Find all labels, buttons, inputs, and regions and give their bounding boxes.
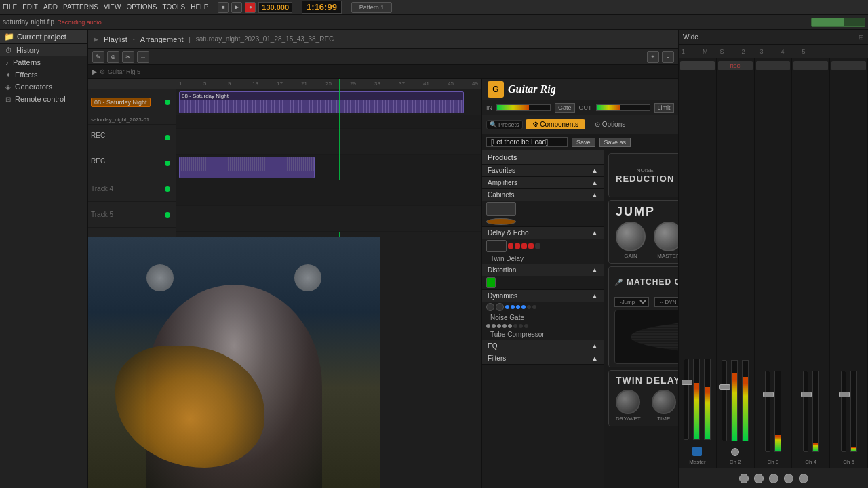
playlist-tool-3[interactable]: ✂ — [122, 51, 134, 63]
menu-edit[interactable]: EDIT — [22, 3, 38, 11]
section-cabinets: Cabinets ▲ — [482, 189, 604, 227]
drywet-knob-group: DRY/WET — [616, 390, 641, 422]
mixer-knob-2[interactable] — [754, 474, 764, 483]
playlist-tool-4[interactable]: ↔ — [137, 51, 149, 63]
menu-file[interactable]: FILE — [3, 3, 17, 11]
play-button[interactable]: ▶ — [231, 2, 242, 13]
ch2-knob[interactable] — [731, 448, 739, 456]
mixer-knob-1[interactable] — [739, 474, 749, 483]
noise-gate-item[interactable] — [482, 302, 604, 312]
ch5-fader-handle[interactable] — [839, 392, 850, 397]
section-title-dynamics[interactable]: Dynamics ▲ — [482, 290, 604, 302]
mixer-channels-row: Master REC — [679, 58, 868, 468]
mixer-knob-4[interactable] — [784, 474, 793, 483]
track-name-btn-1[interactable]: 08 - Saturday Night — [91, 98, 151, 107]
audio-clip-1[interactable]: 08 - Saturday Night — [179, 92, 464, 113]
zoom-out[interactable]: - — [662, 51, 674, 63]
progress-bar — [811, 18, 865, 27]
section-title-filters[interactable]: Filters ▲ — [482, 352, 604, 364]
distortion-item-1[interactable] — [482, 276, 604, 289]
audio-clip-2[interactable] — [179, 157, 315, 178]
sidebar-item-effects[interactable]: ✦ Effects — [0, 68, 87, 81]
menu-tools[interactable]: TOOLS — [162, 3, 185, 11]
preset-name[interactable]: [Let there be Lead] — [486, 137, 568, 147]
section-filters: Filters ▲ — [482, 352, 604, 365]
playlist-tool-2[interactable]: ⊕ — [107, 51, 119, 63]
cabinet-item-2[interactable] — [482, 217, 604, 226]
ch1-color-btn[interactable] — [692, 447, 702, 456]
gain-knob[interactable] — [616, 222, 646, 251]
menu-patterns[interactable]: PATTERNS — [63, 3, 98, 11]
mixer-header: Wide ⊞ — [679, 30, 868, 45]
track-item-4: Track 4 — [88, 176, 176, 202]
gate-button[interactable]: Gate — [555, 103, 575, 113]
gr-products-panel: Products Favorites ▲ Amplifiers — [482, 150, 604, 488]
top-menubar: FILE EDIT ADD PATTERNS VIEW OPTIONS TOOL… — [0, 0, 868, 15]
save-as-button[interactable]: Save as — [599, 138, 631, 147]
pattern-selector[interactable]: Pattern 1 — [351, 2, 392, 13]
gr-io-bar: IN Gate OUT Limit LIVE CPU 9% — [482, 100, 678, 115]
track-dot-3 — [165, 161, 170, 166]
gain-knob-group: GAIN — [616, 222, 646, 259]
playlist-tool-1[interactable]: ✎ — [92, 51, 104, 63]
delay-item-1[interactable] — [482, 239, 604, 253]
headphone-left — [146, 264, 174, 291]
menu-view[interactable]: VIEW — [104, 3, 121, 11]
playlist-header: ▶ Playlist - Arrangement | saturday_nigh… — [88, 30, 678, 49]
ch2-meter — [731, 360, 738, 441]
ch2-meter-2 — [742, 360, 749, 441]
ch1-fader-handle[interactable] — [682, 380, 692, 385]
sidebar-item-remote[interactable]: ⊡ Remote control — [0, 93, 87, 105]
zoom-in[interactable]: + — [647, 51, 659, 63]
ch3-fader-handle[interactable] — [763, 392, 774, 397]
ng-dots — [505, 305, 536, 309]
bpm-display[interactable]: 130.000 — [258, 2, 292, 13]
cab-preset-dropdown[interactable]: -Jump — [614, 297, 649, 307]
save-button[interactable]: Save — [572, 138, 595, 147]
section-title-favorites[interactable]: Favorites ▲ — [482, 165, 604, 176]
menu-options[interactable]: OPTIONS — [126, 3, 157, 11]
section-title-cabinets[interactable]: Cabinets ▲ — [482, 189, 604, 201]
section-title-delay[interactable]: Delay & Echo ▲ — [482, 227, 604, 239]
tube-comp-label[interactable]: Tube Compressor — [482, 329, 604, 340]
section-title-eq[interactable]: EQ ▲ — [482, 340, 604, 352]
section-title-distortion[interactable]: Distortion ▲ — [482, 264, 604, 276]
twin-delay-block: TWIN DELAY DRY/WET TIME — [608, 370, 678, 426]
tube-comp-item[interactable] — [482, 323, 604, 329]
mixer-knob-5[interactable] — [799, 474, 808, 483]
sidebar-item-history[interactable]: ⏱ History — [0, 44, 87, 56]
ch1-fader-meter-group — [684, 359, 711, 440]
cab-mic-dropdown[interactable]: -- DYN — [654, 297, 678, 307]
out-meter-fill — [597, 105, 620, 110]
menu-add[interactable]: ADD — [43, 3, 58, 11]
led-3 — [521, 243, 527, 249]
gr-body: Products Favorites ▲ Amplifiers — [482, 150, 678, 488]
stop-button[interactable]: ■ — [218, 2, 229, 13]
sidebar-item-generators[interactable]: ◈ Generators — [0, 81, 87, 93]
playlist-toolbar: ✎ ⊕ ✂ ↔ + - — [88, 49, 678, 65]
led-5 — [535, 243, 540, 249]
menu-help[interactable]: HELP — [191, 3, 208, 11]
ch2-fader-track — [722, 360, 727, 441]
master-knob[interactable] — [654, 222, 678, 251]
mixer-knob-3[interactable] — [769, 474, 778, 483]
section-title-amplifiers[interactable]: Amplifiers ▲ — [482, 177, 604, 188]
ch3-label: Ch 3 — [768, 459, 779, 465]
cab-row-2: -Jump -- DYN AIR — [614, 297, 678, 307]
time-knob[interactable] — [652, 390, 676, 414]
noise-gate-label[interactable]: Noise Gate — [482, 312, 604, 323]
ch4-fader-handle[interactable] — [801, 392, 812, 397]
webcam-overlay — [88, 237, 380, 488]
twin-delay-item[interactable]: Twin Delay — [482, 253, 604, 264]
limit-button[interactable]: Limit — [654, 103, 674, 113]
cabinet-item-1[interactable] — [482, 201, 604, 217]
noise-reduction-title: NOISE REDUCTION — [616, 167, 674, 184]
tab-options[interactable]: ⊙ Options — [588, 119, 632, 129]
ch2-fader-handle[interactable] — [719, 384, 730, 390]
mixer-channel-2: REC Ch 2 — [717, 58, 755, 468]
recording-status: Recording audio — [57, 19, 102, 26]
sidebar-item-patterns[interactable]: ♪ Patterns — [0, 56, 87, 68]
drywet-knob[interactable] — [616, 390, 640, 414]
tab-components[interactable]: ⚙ Components — [526, 119, 585, 129]
record-button[interactable]: ● — [245, 2, 256, 13]
